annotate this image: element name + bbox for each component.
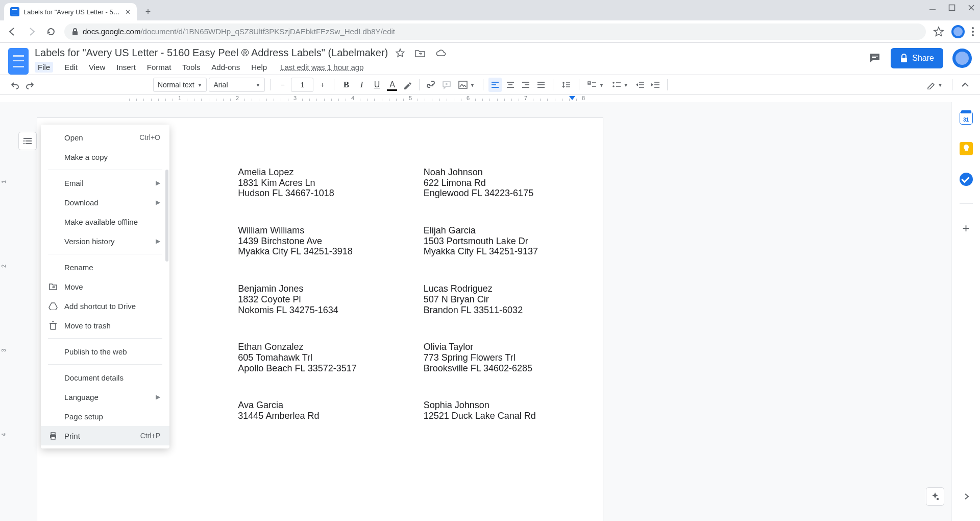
browser-tab[interactable]: Labels for "Avery US Letter - 516… ✕ — [4, 3, 137, 20]
checklist-icon[interactable]: ▼ — [584, 78, 607, 92]
bold-icon[interactable]: B — [339, 78, 353, 92]
ruler-number: 5 — [409, 95, 412, 101]
undo-icon[interactable] — [8, 78, 21, 92]
address-label[interactable]: Olivia Taylor773 Spring Flowers TrlBrook… — [424, 342, 589, 373]
window-minimize-icon[interactable] — [929, 4, 936, 11]
address-label[interactable]: Benjamin Jones1832 Coyote PlNokomis FL 3… — [238, 283, 403, 315]
editing-mode-icon[interactable]: ▼ — [923, 78, 946, 92]
print-icon — [48, 431, 58, 440]
collapse-toolbar-icon[interactable] — [959, 78, 972, 92]
menu-tools[interactable]: Tools — [182, 63, 200, 72]
address-label[interactable]: Ava Garcia31445 Amberlea Rd — [238, 400, 403, 421]
address-label[interactable]: Amelia Lopez1831 Kim Acres LnHudson FL 3… — [238, 167, 403, 199]
get-addons-icon[interactable]: + — [962, 221, 969, 235]
cloud-status-icon[interactable] — [435, 48, 447, 58]
chrome-profile-icon[interactable] — [951, 25, 965, 38]
italic-icon[interactable]: I — [355, 78, 368, 92]
file-menu-move[interactable]: Move — [41, 277, 169, 296]
file-menu-page-setup[interactable]: Page setup — [41, 407, 169, 426]
font-size-increase[interactable]: + — [315, 78, 329, 92]
text-color-icon[interactable]: A — [385, 78, 399, 92]
tasks-addon-icon[interactable] — [960, 173, 973, 186]
font-size-decrease[interactable]: − — [276, 78, 289, 92]
document-title[interactable]: Labels for "Avery US Letter - 5160 Easy … — [35, 47, 388, 59]
move-to-folder-icon[interactable] — [414, 48, 426, 58]
file-menu-move-to-trash[interactable]: Move to trash — [41, 316, 169, 335]
indent-increase-icon[interactable] — [649, 78, 662, 92]
address-label[interactable]: Sophia Johnson12521 Duck Lake Canal Rd — [424, 400, 589, 421]
file-menu-email[interactable]: Email▶ — [41, 173, 169, 193]
hide-side-panel-icon[interactable] — [962, 492, 970, 501]
explore-button[interactable] — [926, 487, 944, 506]
move-icon — [48, 282, 58, 291]
window-close-icon[interactable] — [968, 4, 975, 11]
menu-add-ons[interactable]: Add-ons — [211, 63, 240, 72]
bulleted-list-icon[interactable]: ▼ — [609, 78, 631, 92]
outline-toggle-icon[interactable] — [18, 132, 37, 150]
insert-link-icon[interactable] — [425, 78, 438, 92]
underline-icon[interactable]: U — [370, 78, 383, 92]
menu-format[interactable]: Format — [147, 63, 172, 72]
menu-file[interactable]: File — [35, 62, 53, 73]
ruler-number: 6 — [467, 95, 470, 101]
insert-image-icon[interactable]: ▼ — [455, 78, 478, 92]
submenu-arrow-icon: ▶ — [156, 199, 160, 206]
bookmark-star-icon[interactable] — [933, 26, 944, 37]
address-label[interactable]: Noah Johnson622 Limona RdEnglewood FL 34… — [424, 167, 589, 199]
new-tab-button[interactable]: + — [141, 5, 155, 19]
ruler-number: 8 — [582, 95, 585, 101]
calendar-addon-icon[interactable]: 31 — [960, 111, 973, 125]
font-family-select[interactable]: Arial ▼ — [209, 78, 265, 92]
redo-icon[interactable] — [23, 78, 37, 92]
file-menu-version-history[interactable]: Version history▶ — [41, 231, 169, 251]
file-menu-publish-to-the-web[interactable]: Publish to the web — [41, 342, 169, 361]
comments-icon[interactable] — [868, 52, 881, 65]
file-menu-add-shortcut-to-drive[interactable]: Add shortcut to Drive — [41, 296, 169, 316]
file-menu-document-details[interactable]: Document details — [41, 368, 169, 387]
file-menu-make-a-copy[interactable]: Make a copy — [41, 147, 169, 167]
chrome-menu-icon[interactable] — [972, 27, 974, 36]
share-button[interactable]: Share — [891, 48, 943, 68]
address-bar: docs.google.com/document/d/1BN65WDHp_qSZ… — [0, 20, 980, 43]
line-spacing-icon[interactable] — [558, 78, 574, 92]
indent-decrease-icon[interactable] — [633, 78, 647, 92]
font-size-input[interactable]: 1 — [291, 78, 313, 92]
ruler-number: 4 — [351, 95, 354, 101]
omnibox[interactable]: docs.google.com/document/d/1BN65WDHp_qSZ… — [64, 23, 926, 40]
vruler-number: 2 — [1, 265, 7, 268]
align-left-icon[interactable] — [488, 78, 502, 92]
nav-back-icon[interactable] — [6, 27, 18, 37]
align-right-icon[interactable] — [519, 78, 532, 92]
file-menu-open[interactable]: OpenCtrl+O — [41, 128, 169, 147]
menu-view[interactable]: View — [89, 63, 105, 72]
close-tab-icon[interactable]: ✕ — [125, 8, 131, 16]
menu-help[interactable]: Help — [251, 63, 267, 72]
file-menu-print[interactable]: PrintCtrl+P — [41, 426, 169, 445]
align-center-icon[interactable] — [504, 78, 517, 92]
right-indent-marker[interactable] — [569, 96, 575, 100]
highlight-color-icon[interactable] — [401, 78, 414, 92]
add-comment-icon[interactable] — [440, 78, 453, 92]
file-menu-download[interactable]: Download▶ — [41, 193, 169, 212]
docs-logo-icon[interactable] — [8, 48, 29, 75]
file-menu-language[interactable]: Language▶ — [41, 387, 169, 407]
nav-reload-icon[interactable] — [45, 27, 57, 37]
lock-icon — [71, 28, 79, 36]
window-controls — [929, 4, 975, 11]
file-menu-make-available-offline[interactable]: Make available offline — [41, 212, 169, 231]
menu-insert[interactable]: Insert — [116, 63, 136, 72]
align-justify-icon[interactable] — [534, 78, 548, 92]
star-icon[interactable] — [395, 48, 405, 58]
address-label[interactable]: William Williams1439 Birchstone AveMyakk… — [238, 225, 403, 257]
address-label[interactable]: Ethan Gonzalez605 Tomahawk TrlApollo Bea… — [238, 342, 403, 373]
address-label[interactable]: Lucas Rodriguez507 N Bryan CirBrandon FL… — [424, 283, 589, 315]
file-menu-rename[interactable]: Rename — [41, 257, 169, 277]
paragraph-style-select[interactable]: Normal text ▼ — [153, 78, 207, 92]
last-edit-link[interactable]: Last edit was 1 hour ago — [280, 63, 363, 72]
docs-header: Labels for "Avery US Letter - 5160 Easy … — [0, 43, 980, 75]
address-label[interactable]: Elijah Garcia1503 Portsmouth Lake DrMyak… — [424, 225, 589, 257]
keep-addon-icon[interactable] — [960, 142, 973, 155]
window-maximize-icon[interactable] — [948, 4, 955, 11]
account-avatar-icon[interactable] — [952, 49, 972, 68]
menu-edit[interactable]: Edit — [64, 63, 78, 72]
